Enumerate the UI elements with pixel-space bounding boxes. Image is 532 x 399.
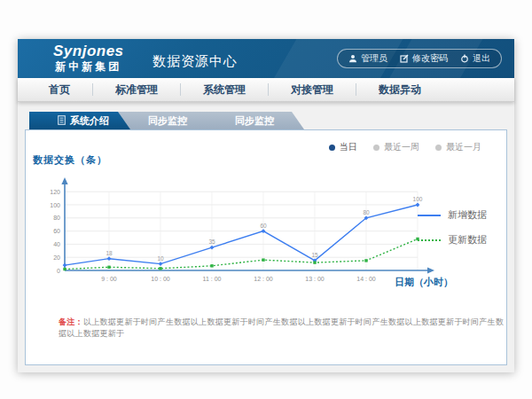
logout-label: 退出: [473, 52, 490, 65]
svg-text:0: 0: [57, 268, 60, 274]
svg-text:18: 18: [106, 250, 113, 256]
period-filter-label: 当日: [340, 141, 357, 153]
svg-text:20: 20: [53, 254, 60, 261]
content-area: 系统介绍 同步监控 同步监控 当日 最近一周: [18, 101, 514, 372]
footnote-text: 以上数据更新于时间产生数据以上数据更新于时间产生数据以上数据更新于时间产生数据以…: [59, 317, 504, 338]
svg-text:100: 100: [413, 196, 423, 202]
svg-text:35: 35: [208, 239, 215, 245]
company-logo: Synjones 新中新集团: [53, 43, 124, 72]
radio-dot-icon: [435, 145, 442, 151]
svg-text:100: 100: [50, 202, 60, 208]
change-password-button[interactable]: 修改密码: [400, 52, 448, 65]
logout-button[interactable]: 退出: [460, 52, 490, 65]
period-filter-today[interactable]: 当日: [329, 141, 357, 153]
edit-icon: [400, 54, 409, 63]
tab-sync-monitor-2[interactable]: 同步监控: [205, 112, 304, 129]
nav-item-standard-management[interactable]: 标准管理: [93, 83, 181, 96]
footnote-prefix: 备注：: [59, 317, 83, 326]
admin-user-button[interactable]: 管理员: [348, 52, 387, 65]
document-icon: [58, 115, 66, 127]
legend-item-update-data: 更新数据: [418, 233, 487, 246]
svg-text:9 : 00: 9 : 00: [101, 276, 117, 282]
svg-text:15: 15: [311, 252, 318, 258]
change-password-label: 修改密码: [412, 52, 448, 65]
tab-label: 同步监控: [235, 114, 274, 128]
nav-item-data-changes[interactable]: 数据异动: [356, 83, 443, 96]
user-icon: [348, 54, 357, 63]
chart-x-axis-title: 日期（小时）: [395, 276, 453, 289]
tab-bar: 系统介绍 同步监控 同步监控: [29, 112, 304, 129]
radio-dot-icon: [373, 145, 379, 151]
solid-line-icon: [418, 215, 441, 216]
period-filter-last-week[interactable]: 最近一周: [373, 141, 419, 153]
admin-user-label: 管理员: [361, 52, 387, 65]
page-title: 数据资源中心: [153, 53, 238, 70]
main-navigation: 首页 标准管理 系统管理 对接管理 数据异动: [18, 78, 514, 102]
power-icon: [460, 54, 469, 63]
svg-text:80: 80: [53, 215, 60, 221]
svg-text:60: 60: [53, 228, 60, 234]
svg-text:80: 80: [363, 209, 370, 215]
radio-dot-icon: [329, 145, 335, 151]
svg-text:10: 10: [157, 255, 164, 262]
tab-system-intro[interactable]: 系统介绍: [29, 112, 130, 129]
legend-label: 新增数据: [448, 208, 487, 222]
chart-legend: 新增数据 更新数据: [418, 208, 487, 246]
legend-item-new-data: 新增数据: [418, 208, 487, 222]
logo-text-en: Synjones: [53, 43, 124, 59]
dotted-line-icon: [418, 239, 441, 241]
tab-sync-monitor-1[interactable]: 同步监控: [118, 112, 217, 129]
nav-item-home[interactable]: 首页: [27, 83, 93, 96]
footnote: 备注：以上数据更新于时间产生数据以上数据更新于时间产生数据以上数据更新于时间产生…: [59, 317, 506, 340]
user-toolbar: 管理员 修改密码 退出: [337, 49, 502, 68]
legend-label: 更新数据: [448, 233, 487, 246]
svg-text:14 : 00: 14 : 00: [356, 276, 376, 282]
svg-text:120: 120: [50, 189, 60, 195]
logo-text-cn: 新中新集团: [53, 61, 124, 72]
nav-item-system-management[interactable]: 系统管理: [181, 83, 269, 96]
svg-text:40: 40: [53, 241, 60, 247]
nav-item-integration-management[interactable]: 对接管理: [269, 83, 356, 96]
line-chart: 0204060801001209 : 0010 : 0011 : 0012 : …: [27, 171, 444, 295]
svg-text:12 : 00: 12 : 00: [254, 276, 273, 282]
app-window: Synjones 新中新集团 数据资源中心 管理员 修改密码 退出: [18, 39, 514, 372]
period-filter-label: 最近一周: [384, 141, 419, 153]
tab-label: 同步监控: [148, 114, 187, 128]
svg-text:13 : 00: 13 : 00: [305, 276, 325, 282]
chart-y-axis-title: 数据交换（条）: [33, 153, 107, 167]
period-filter-group: 当日 最近一周 最近一月: [329, 141, 481, 153]
app-header: Synjones 新中新集团 数据资源中心 管理员 修改密码 退出: [18, 39, 514, 79]
period-filter-last-month[interactable]: 最近一月: [435, 141, 481, 153]
period-filter-label: 最近一月: [446, 141, 481, 153]
chart-panel: 当日 最近一周 最近一月 数据交换（条） 0204060801001209 : …: [25, 129, 507, 365]
svg-text:10 : 00: 10 : 00: [151, 276, 170, 282]
svg-text:11 : 00: 11 : 00: [203, 276, 222, 282]
svg-text:60: 60: [260, 223, 267, 229]
tab-label: 系统介绍: [70, 114, 109, 128]
